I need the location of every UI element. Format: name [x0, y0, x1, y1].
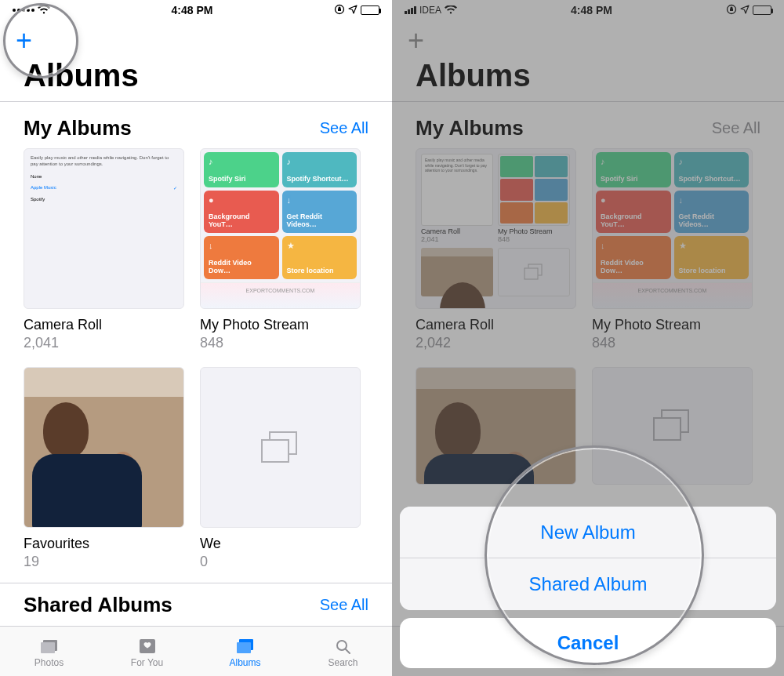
- strip-label: EXPORTCOMMENTS.COM: [593, 282, 752, 309]
- section-shared-albums-header: Shared Albums See All: [0, 591, 392, 630]
- tab-albums[interactable]: Albums: [196, 635, 294, 668]
- check-icon: ✓: [173, 185, 177, 191]
- tab-search[interactable]: Search: [294, 635, 392, 668]
- mini-option-spotify: Spotify: [31, 197, 45, 202]
- mini-album-count: 848: [498, 235, 570, 243]
- tab-label: Albums: [196, 657, 294, 668]
- strip-label: EXPORTCOMMENTS.COM: [201, 282, 360, 309]
- album-title: Camera Roll: [24, 317, 184, 333]
- album-thumbnail: [416, 367, 576, 485]
- divider: [0, 583, 392, 583]
- album-title: We: [200, 536, 361, 552]
- nav-bar: +: [0, 20, 392, 58]
- mini-description: Easily play music and other media while …: [425, 158, 489, 173]
- cellular-signal-icon: [13, 9, 34, 12]
- tile-label: Background YouT…: [601, 213, 666, 228]
- see-all-link[interactable]: See All: [320, 596, 368, 614]
- tile-label: Spotify Siri: [601, 175, 666, 183]
- album-we[interactable]: We 0: [200, 367, 361, 570]
- tile-label: Spotify Shortcut…: [679, 175, 745, 183]
- album-thumbnail: ♪Spotify Siri ♪Spotify Shortcut… ●Backgr…: [592, 148, 753, 309]
- empty-album-icon: [261, 431, 300, 464]
- clock-time: 4:48 PM: [571, 4, 612, 16]
- album-favourites[interactable]: ♥ Favourites 19: [24, 367, 184, 570]
- tab-photos[interactable]: Photos: [0, 635, 98, 668]
- svg-rect-2: [41, 642, 55, 653]
- album-title: My Photo Stream: [592, 317, 753, 333]
- tab-label: For You: [98, 657, 196, 668]
- album-we[interactable]: [592, 367, 753, 485]
- section-title: Shared Albums: [24, 593, 172, 617]
- wifi-icon: [38, 4, 50, 17]
- album-count: 848: [200, 335, 361, 351]
- album-count: 848: [592, 335, 753, 351]
- orientation-lock-icon: [726, 4, 737, 17]
- svg-line-7: [346, 649, 350, 653]
- mini-description: Easily play music and other media while …: [31, 155, 177, 168]
- section-title: My Albums: [24, 116, 132, 140]
- mini-album-title: Camera Roll: [421, 227, 493, 235]
- section-my-albums-header: My Albums See All: [392, 110, 784, 148]
- search-icon: [294, 635, 392, 657]
- album-title: Camera Roll: [416, 317, 576, 333]
- albums-grid: Easily play music and other media while …: [0, 148, 392, 578]
- tab-label: Search: [294, 657, 392, 668]
- see-all-link[interactable]: See All: [712, 119, 760, 137]
- battery-icon: [361, 5, 379, 15]
- album-count: 19: [24, 554, 184, 570]
- divider: [392, 101, 784, 102]
- empty-album-icon: [524, 264, 544, 281]
- empty-album-icon: [653, 409, 692, 442]
- tab-for-you[interactable]: For You: [98, 635, 196, 668]
- tab-bar: Photos For You Albums Search: [0, 626, 392, 676]
- albums-icon: [196, 635, 294, 657]
- add-album-button[interactable]: +: [16, 24, 32, 56]
- mini-option-apple-music: Apple Music: [31, 185, 56, 191]
- heart-icon: ♥: [32, 499, 42, 519]
- album-camera-roll[interactable]: Easily play music and other media while …: [416, 148, 576, 351]
- for-you-icon: [98, 635, 196, 657]
- see-all-link[interactable]: See All: [320, 119, 368, 137]
- tile-label: Get Reddit Videos…: [679, 213, 745, 228]
- mini-option-none: None: [31, 174, 42, 179]
- album-count: 2,042: [416, 335, 576, 351]
- clock-time: 4:48 PM: [172, 4, 213, 16]
- album-thumbnail: ♥: [24, 367, 184, 528]
- tile-label: Get Reddit Videos…: [287, 213, 353, 228]
- section-my-albums-header: My Albums See All: [0, 110, 392, 148]
- albums-grid: Easily play music and other media while …: [392, 148, 784, 492]
- album-count: 0: [200, 554, 361, 570]
- statusbar: IDEA 4:48 PM: [392, 0, 784, 20]
- location-icon: [740, 4, 750, 16]
- location-icon: [348, 4, 358, 16]
- tile-label: Store location: [679, 267, 745, 274]
- album-thumbnail: [592, 367, 753, 485]
- page-title: Albums: [392, 58, 784, 101]
- album-camera-roll[interactable]: Easily play music and other media while …: [24, 148, 184, 351]
- mini-thumbnail: [421, 248, 493, 296]
- svg-point-6: [337, 641, 347, 650]
- phone-right: IDEA 4:48 PM + Albums My Albums: [392, 0, 784, 676]
- tile-label: Store location: [287, 267, 353, 274]
- add-album-button[interactable]: +: [408, 24, 424, 56]
- section-title: My Albums: [416, 116, 524, 140]
- album-title: Favourites: [24, 536, 184, 552]
- page-title: Albums: [0, 58, 392, 101]
- shared-album-button[interactable]: Shared Album: [400, 558, 776, 610]
- action-sheet: New Album Shared Album Cancel: [400, 507, 776, 668]
- phone-left: 4:48 PM + Albums My Albums See All: [0, 0, 392, 676]
- album-count: 2,041: [24, 335, 184, 351]
- album-my-photo-stream[interactable]: ♪Spotify Siri ♪Spotify Shortcut… ●Backgr…: [592, 148, 753, 351]
- carrier-label: IDEA: [419, 5, 441, 16]
- tile-label: Spotify Siri: [209, 175, 274, 183]
- svg-rect-5: [237, 642, 251, 653]
- battery-icon: [753, 5, 771, 15]
- nav-bar: +: [392, 20, 784, 58]
- new-album-button[interactable]: New Album: [400, 507, 776, 558]
- album-favourites[interactable]: [416, 367, 576, 485]
- album-thumbnail: Easily play music and other media while …: [416, 148, 576, 309]
- cancel-button[interactable]: Cancel: [400, 618, 776, 668]
- mini-album-count: 2,041: [421, 235, 493, 243]
- album-thumbnail: ♪Spotify Siri ♪Spotify Shortcut… ●Backgr…: [200, 148, 361, 309]
- album-my-photo-stream[interactable]: ♪Spotify Siri ♪Spotify Shortcut… ●Backgr…: [200, 148, 361, 351]
